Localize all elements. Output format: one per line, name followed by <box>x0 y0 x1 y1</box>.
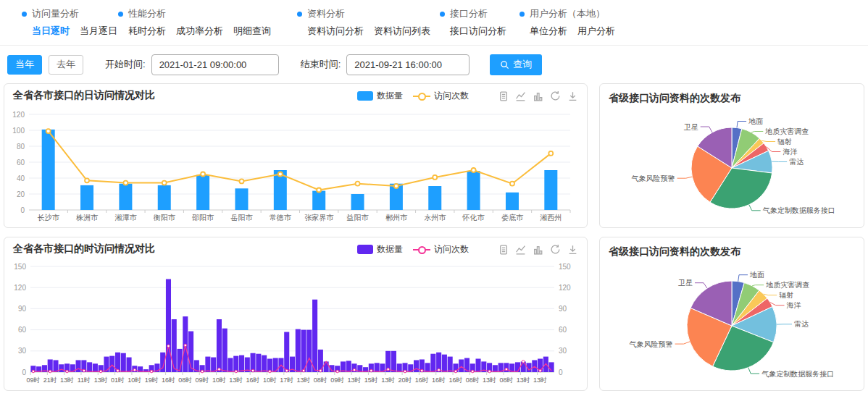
svg-text:17时: 17时 <box>280 376 293 384</box>
query-button-label: 查询 <box>513 58 532 71</box>
nav-group: 性能分析耗时分析成功率分析明细查询 <box>118 7 271 38</box>
legend-label: 数据量 <box>377 90 403 102</box>
end-time-input[interactable] <box>346 54 470 75</box>
svg-text:气象风险预警: 气象风险预警 <box>630 340 673 348</box>
svg-text:90: 90 <box>18 305 27 313</box>
province-pie-chart-2[interactable]: 地面地质灾害调查辐射海洋雷达气象定制数据服务接口气象风险预警卫星 <box>600 261 864 387</box>
nav-item[interactable]: 当月逐日 <box>80 25 117 38</box>
svg-text:0: 0 <box>559 368 563 376</box>
svg-text:13时: 13时 <box>348 376 362 384</box>
svg-text:湘潭市: 湘潭市 <box>114 214 137 222</box>
svg-text:08时: 08时 <box>499 376 513 384</box>
svg-text:娄底市: 娄底市 <box>501 214 524 222</box>
nav-item[interactable]: 成功率分析 <box>176 25 223 38</box>
nav-group-title: 资料分析 <box>297 7 430 20</box>
nav-group: 访问量分析当日逐时当月逐日 <box>22 7 117 38</box>
nav-item[interactable]: 资料访问分析 <box>307 25 364 38</box>
start-time-input[interactable] <box>151 54 279 75</box>
legend-item-line[interactable]: 访问次数 <box>413 243 469 256</box>
svg-text:16时: 16时 <box>448 376 462 384</box>
nav-item[interactable]: 接口访问分析 <box>450 25 506 38</box>
svg-text:气象风险预警: 气象风险预警 <box>632 174 675 182</box>
chart-legend: 数据量 访问次数 <box>357 90 469 102</box>
last-year-button[interactable]: 去年 <box>49 55 83 75</box>
line-chart-icon[interactable] <box>515 244 526 255</box>
nav-item[interactable]: 当日逐时 <box>32 25 70 38</box>
start-time-label: 开始时间: <box>105 58 146 71</box>
chart-title: 全省各市接口的日访问情况对比 <box>13 89 155 102</box>
svg-text:16时: 16时 <box>246 376 260 384</box>
legend-line-icon <box>413 245 430 254</box>
daily-barline-chart[interactable]: 020406080100120长沙市株洲市湘潭市衡阳市邵阳市岳阳市常德市张家界市… <box>4 107 580 227</box>
nav-item[interactable]: 用户分析 <box>577 25 615 38</box>
svg-text:13时: 13时 <box>229 376 243 384</box>
legend-item-bar[interactable]: 数据量 <box>357 90 403 102</box>
svg-text:100: 100 <box>12 127 25 135</box>
svg-text:120: 120 <box>14 284 26 292</box>
svg-text:海洋: 海洋 <box>787 301 801 309</box>
svg-text:地面: 地面 <box>749 271 764 279</box>
nav-item[interactable]: 资料访问列表 <box>374 25 430 38</box>
chart-title: 全省各市接口的时访问情况对比 <box>13 243 155 256</box>
nav-group-title: 接口分析 <box>440 7 506 20</box>
svg-text:80: 80 <box>17 143 25 151</box>
dashboard-grid: 全省各市接口的日访问情况对比 数据量 访问次数 020406080100120长… <box>0 83 868 391</box>
svg-text:09时: 09时 <box>330 376 344 384</box>
this-year-button[interactable]: 当年 <box>7 55 42 75</box>
daily-access-chart-card: 全省各市接口的日访问情况对比 数据量 访问次数 020406080100120长… <box>4 83 588 228</box>
svg-text:永州市: 永州市 <box>424 214 446 222</box>
province-pie-card-1: 省级接口访问资料的次数发布 地面地质灾害调查辐射海洋雷达气象定制数据服务接口气象… <box>599 83 864 228</box>
svg-text:40: 40 <box>17 174 25 182</box>
svg-text:60: 60 <box>559 326 567 334</box>
svg-text:16时: 16时 <box>162 376 175 384</box>
legend-item-line[interactable]: 访问次数 <box>413 90 469 102</box>
legend-line-icon <box>413 91 430 101</box>
province-pie-chart-1[interactable]: 地面地质灾害调查辐射海洋雷达气象定制数据服务接口气象风险预警卫星 <box>600 107 864 224</box>
chart-toolbox <box>498 90 578 101</box>
svg-text:地质灾害调查: 地质灾害调查 <box>764 127 809 135</box>
bar-chart-icon[interactable] <box>533 90 543 101</box>
svg-text:120: 120 <box>12 111 25 119</box>
svg-text:90: 90 <box>559 305 567 313</box>
nav-sub-items: 当日逐时当月逐日 <box>32 25 117 38</box>
svg-text:09时: 09时 <box>26 376 40 384</box>
bar-chart-icon[interactable] <box>533 244 543 255</box>
nav-group: 接口分析接口访问分析 <box>440 7 506 38</box>
svg-text:13时: 13时 <box>533 376 547 384</box>
svg-text:08时: 08时 <box>314 376 327 384</box>
svg-text:30: 30 <box>18 347 27 355</box>
restore-icon[interactable] <box>550 244 561 255</box>
svg-text:0: 0 <box>22 368 26 376</box>
nav-item[interactable]: 耗时分析 <box>128 25 166 38</box>
hourly-barline-chart[interactable]: 0030306060909012012015015009时21时13时11时13… <box>4 261 580 390</box>
svg-text:海洋: 海洋 <box>783 148 797 156</box>
bullet-icon <box>22 12 27 17</box>
svg-text:株洲市: 株洲市 <box>75 214 99 222</box>
svg-text:13时: 13时 <box>297 376 311 384</box>
svg-text:0: 0 <box>20 206 25 214</box>
nav-group-title: 用户分析（本地） <box>519 7 615 20</box>
download-icon[interactable] <box>567 244 578 255</box>
restore-icon[interactable] <box>550 90 561 101</box>
nav-item[interactable]: 明细查询 <box>233 25 271 38</box>
svg-text:气象定制数据服务接口: 气象定制数据服务接口 <box>763 206 835 214</box>
top-navigation: 访问量分析当日逐时当月逐日性能分析耗时分析成功率分析明细查询资料分析资料访问分析… <box>0 0 868 46</box>
nav-group-title: 性能分析 <box>118 7 271 20</box>
svg-text:常德市: 常德市 <box>270 214 292 222</box>
svg-text:13时: 13时 <box>517 376 530 384</box>
nav-group-title: 访问量分析 <box>22 7 117 20</box>
svg-text:气象定制数据服务接口: 气象定制数据服务接口 <box>761 370 834 378</box>
data-view-icon[interactable] <box>498 90 509 101</box>
bullet-icon <box>297 12 302 17</box>
query-button[interactable]: 查询 <box>490 54 542 75</box>
svg-text:岳阳市: 岳阳市 <box>230 214 253 222</box>
svg-text:20时: 20时 <box>398 376 412 384</box>
nav-group: 资料分析资料访问分析资料访问列表 <box>297 7 430 38</box>
line-chart-icon[interactable] <box>515 90 526 101</box>
legend-item-bar[interactable]: 数据量 <box>357 243 403 256</box>
hourly-access-chart-card: 全省各市接口的时访问情况对比 数据量 访问次数 0030306060909012… <box>4 237 588 391</box>
data-view-icon[interactable] <box>498 244 509 255</box>
svg-text:16时: 16时 <box>415 376 429 384</box>
download-icon[interactable] <box>567 90 578 101</box>
nav-item[interactable]: 单位分析 <box>530 25 567 38</box>
